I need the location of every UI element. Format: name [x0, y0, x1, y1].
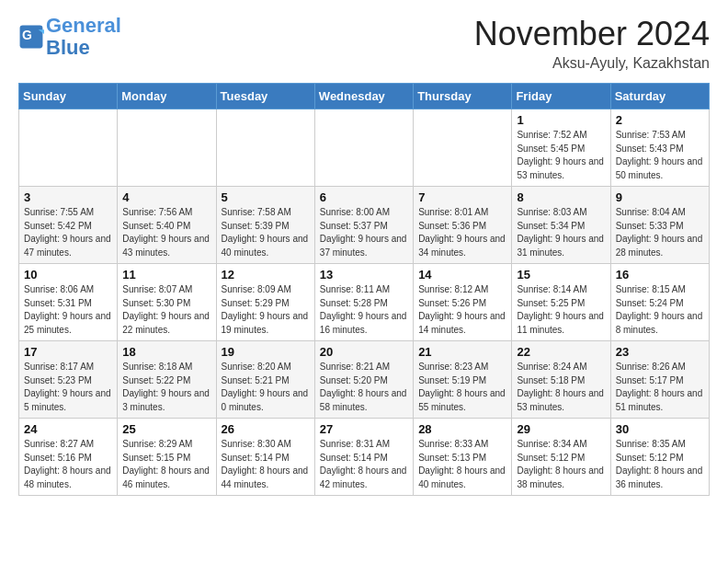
calendar-cell: [19, 109, 118, 187]
day-info: Sunrise: 8:20 AM Sunset: 5:21 PM Dayligh…: [222, 361, 310, 414]
location: Aksu-Ayuly, Kazakhstan: [474, 55, 710, 72]
calendar-cell: 24Sunrise: 8:27 AM Sunset: 5:16 PM Dayli…: [19, 419, 118, 496]
day-number: 4: [122, 190, 210, 204]
day-number: 17: [24, 345, 112, 359]
day-info: Sunrise: 8:07 AM Sunset: 5:30 PM Dayligh…: [122, 283, 210, 337]
header-cell-monday: Monday: [118, 84, 216, 109]
calendar-cell: 28Sunrise: 8:33 AM Sunset: 5:13 PM Dayli…: [414, 419, 512, 496]
day-number: 12: [222, 268, 310, 282]
header-cell-wednesday: Wednesday: [314, 84, 413, 109]
day-number: 2: [616, 113, 704, 127]
day-number: 13: [320, 268, 408, 282]
calendar-header-row: SundayMondayTuesdayWednesdayThursdayFrid…: [19, 84, 710, 109]
day-info: Sunrise: 8:04 AM Sunset: 5:33 PM Dayligh…: [616, 206, 704, 259]
logo-text: General Blue: [46, 15, 121, 59]
day-number: 30: [616, 422, 704, 436]
day-number: 20: [320, 345, 408, 359]
day-info: Sunrise: 8:12 AM Sunset: 5:26 PM Dayligh…: [418, 283, 506, 337]
day-number: 14: [418, 268, 506, 282]
day-number: 9: [616, 190, 704, 204]
day-info: Sunrise: 8:21 AM Sunset: 5:20 PM Dayligh…: [320, 361, 408, 414]
day-info: Sunrise: 8:33 AM Sunset: 5:13 PM Dayligh…: [418, 438, 506, 491]
day-info: Sunrise: 8:00 AM Sunset: 5:37 PM Dayligh…: [320, 206, 408, 259]
calendar-cell: 7Sunrise: 8:01 AM Sunset: 5:36 PM Daylig…: [414, 187, 512, 264]
day-number: 28: [418, 422, 506, 436]
day-info: Sunrise: 7:58 AM Sunset: 5:39 PM Dayligh…: [222, 206, 310, 259]
calendar-cell: 19Sunrise: 8:20 AM Sunset: 5:21 PM Dayli…: [216, 341, 314, 419]
day-info: Sunrise: 8:35 AM Sunset: 5:12 PM Dayligh…: [616, 438, 704, 491]
calendar-cell: 22Sunrise: 8:24 AM Sunset: 5:18 PM Dayli…: [512, 341, 610, 419]
day-info: Sunrise: 8:09 AM Sunset: 5:29 PM Dayligh…: [222, 283, 310, 337]
calendar-cell: 23Sunrise: 8:26 AM Sunset: 5:17 PM Dayli…: [610, 341, 709, 419]
page-container: G General Blue November 2024 Aksu-Ayuly,…: [0, 0, 728, 511]
day-number: 5: [222, 190, 310, 204]
day-number: 18: [122, 345, 210, 359]
calendar-cell: 1Sunrise: 7:52 AM Sunset: 5:45 PM Daylig…: [512, 109, 610, 187]
day-info: Sunrise: 8:17 AM Sunset: 5:23 PM Dayligh…: [24, 361, 112, 414]
day-number: 21: [418, 345, 506, 359]
day-info: Sunrise: 7:56 AM Sunset: 5:40 PM Dayligh…: [122, 206, 210, 259]
calendar-cell: 5Sunrise: 7:58 AM Sunset: 5:39 PM Daylig…: [216, 187, 314, 264]
day-number: 23: [616, 345, 704, 359]
calendar-week-2: 10Sunrise: 8:06 AM Sunset: 5:31 PM Dayli…: [19, 264, 710, 341]
calendar-cell: 12Sunrise: 8:09 AM Sunset: 5:29 PM Dayli…: [216, 264, 314, 341]
day-number: 25: [122, 422, 210, 436]
calendar-cell: 2Sunrise: 7:53 AM Sunset: 5:43 PM Daylig…: [610, 109, 709, 187]
logo-icon: G: [18, 24, 44, 50]
calendar-cell: 4Sunrise: 7:56 AM Sunset: 5:40 PM Daylig…: [118, 187, 216, 264]
day-number: 10: [24, 268, 112, 282]
day-info: Sunrise: 8:29 AM Sunset: 5:15 PM Dayligh…: [122, 438, 210, 491]
day-number: 29: [517, 422, 605, 436]
calendar-cell: 25Sunrise: 8:29 AM Sunset: 5:15 PM Dayli…: [118, 419, 216, 496]
day-number: 22: [517, 345, 605, 359]
calendar-cell: 27Sunrise: 8:31 AM Sunset: 5:14 PM Dayli…: [314, 419, 413, 496]
day-info: Sunrise: 8:30 AM Sunset: 5:14 PM Dayligh…: [222, 438, 310, 491]
day-info: Sunrise: 8:31 AM Sunset: 5:14 PM Dayligh…: [320, 438, 408, 491]
calendar-cell: 26Sunrise: 8:30 AM Sunset: 5:14 PM Dayli…: [216, 419, 314, 496]
day-info: Sunrise: 8:18 AM Sunset: 5:22 PM Dayligh…: [122, 361, 210, 414]
day-info: Sunrise: 8:34 AM Sunset: 5:12 PM Dayligh…: [517, 438, 605, 491]
calendar-cell: 10Sunrise: 8:06 AM Sunset: 5:31 PM Dayli…: [19, 264, 118, 341]
day-number: 1: [517, 113, 605, 127]
calendar-cell: 21Sunrise: 8:23 AM Sunset: 5:19 PM Dayli…: [414, 341, 512, 419]
day-info: Sunrise: 8:11 AM Sunset: 5:28 PM Dayligh…: [320, 283, 408, 337]
calendar-cell: 9Sunrise: 8:04 AM Sunset: 5:33 PM Daylig…: [610, 187, 709, 264]
day-number: 26: [222, 422, 310, 436]
calendar-cell: [414, 109, 512, 187]
day-number: 3: [24, 190, 112, 204]
day-info: Sunrise: 8:23 AM Sunset: 5:19 PM Dayligh…: [418, 361, 506, 414]
calendar-cell: [314, 109, 413, 187]
calendar-cell: 14Sunrise: 8:12 AM Sunset: 5:26 PM Dayli…: [414, 264, 512, 341]
calendar-cell: 16Sunrise: 8:15 AM Sunset: 5:24 PM Dayli…: [610, 264, 709, 341]
day-info: Sunrise: 8:24 AM Sunset: 5:18 PM Dayligh…: [517, 361, 605, 414]
calendar-cell: 13Sunrise: 8:11 AM Sunset: 5:28 PM Dayli…: [314, 264, 413, 341]
calendar-cell: 30Sunrise: 8:35 AM Sunset: 5:12 PM Dayli…: [610, 419, 709, 496]
calendar-week-4: 24Sunrise: 8:27 AM Sunset: 5:16 PM Dayli…: [19, 419, 710, 496]
day-info: Sunrise: 8:15 AM Sunset: 5:24 PM Dayligh…: [616, 283, 704, 337]
day-info: Sunrise: 8:06 AM Sunset: 5:31 PM Dayligh…: [24, 283, 112, 337]
calendar-week-1: 3Sunrise: 7:55 AM Sunset: 5:42 PM Daylig…: [19, 187, 710, 264]
header-cell-friday: Friday: [512, 84, 610, 109]
day-number: 7: [418, 190, 506, 204]
calendar-cell: 29Sunrise: 8:34 AM Sunset: 5:12 PM Dayli…: [512, 419, 610, 496]
day-number: 8: [517, 190, 605, 204]
header-cell-saturday: Saturday: [610, 84, 709, 109]
day-info: Sunrise: 7:53 AM Sunset: 5:43 PM Dayligh…: [616, 129, 704, 182]
day-info: Sunrise: 8:14 AM Sunset: 5:25 PM Dayligh…: [517, 283, 605, 337]
title-block: November 2024 Aksu-Ayuly, Kazakhstan: [474, 15, 710, 72]
day-info: Sunrise: 8:26 AM Sunset: 5:17 PM Dayligh…: [616, 361, 704, 414]
day-info: Sunrise: 8:03 AM Sunset: 5:34 PM Dayligh…: [517, 206, 605, 259]
day-info: Sunrise: 8:27 AM Sunset: 5:16 PM Dayligh…: [24, 438, 112, 491]
header-cell-tuesday: Tuesday: [216, 84, 314, 109]
calendar-week-0: 1Sunrise: 7:52 AM Sunset: 5:45 PM Daylig…: [19, 109, 710, 187]
header-cell-sunday: Sunday: [19, 84, 118, 109]
calendar-cell: [118, 109, 216, 187]
day-number: 6: [320, 190, 408, 204]
header: G General Blue November 2024 Aksu-Ayuly,…: [18, 15, 710, 72]
calendar-cell: 11Sunrise: 8:07 AM Sunset: 5:30 PM Dayli…: [118, 264, 216, 341]
calendar-cell: 6Sunrise: 8:00 AM Sunset: 5:37 PM Daylig…: [314, 187, 413, 264]
header-cell-thursday: Thursday: [414, 84, 512, 109]
calendar-cell: 18Sunrise: 8:18 AM Sunset: 5:22 PM Dayli…: [118, 341, 216, 419]
calendar-cell: 20Sunrise: 8:21 AM Sunset: 5:20 PM Dayli…: [314, 341, 413, 419]
calendar-cell: 17Sunrise: 8:17 AM Sunset: 5:23 PM Dayli…: [19, 341, 118, 419]
